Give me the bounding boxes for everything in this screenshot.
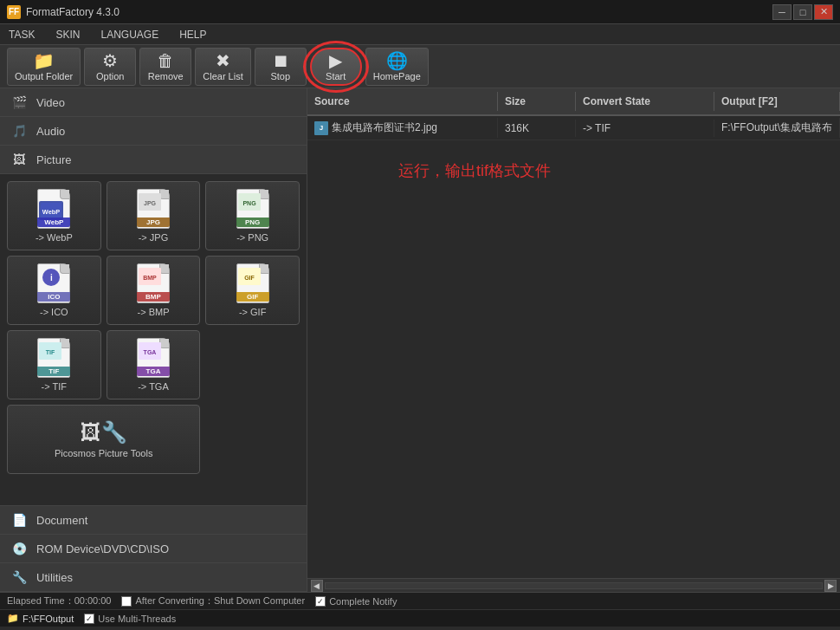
format-tga[interactable]: TGA TGA -> TGA xyxy=(107,330,201,399)
sidebar-item-video[interactable]: 🎬 Video xyxy=(0,88,307,117)
clear-list-icon: ✖ xyxy=(216,52,230,69)
row-size: 316K xyxy=(498,120,576,137)
table-body: J 集成电路布图证书2.jpg 316K -> TIF F:\FFOutput\… xyxy=(307,116,840,578)
table-header: Source Size Convert State Output [F2] xyxy=(307,88,840,116)
annotation-text: 运行，输出tif格式文件 xyxy=(398,160,551,181)
row-state: -> TIF xyxy=(576,120,714,137)
start-icon: ▶ xyxy=(329,52,342,69)
audio-label: Audio xyxy=(36,125,65,138)
picture-icon: 🖼 xyxy=(10,151,28,168)
sidebar-item-picture[interactable]: 🖼 Picture xyxy=(0,146,307,174)
sidebar-item-rom-device[interactable]: 💿 ROM Device\DVD\CD\ISO xyxy=(0,535,307,563)
svg-text:PNG: PNG xyxy=(242,200,256,206)
picosmos-label: Picosmos Picture Tools xyxy=(55,448,153,458)
format-webp[interactable]: WebP WebP -> WebP xyxy=(7,181,101,250)
picosmos-icons: 🖼🔧 xyxy=(81,420,127,445)
minimize-button[interactable]: ─ xyxy=(772,4,792,20)
menu-task[interactable]: TASK xyxy=(5,27,38,42)
gif-label: -> GIF xyxy=(239,307,266,317)
format-png[interactable]: PNG PNG -> PNG xyxy=(205,181,300,250)
svg-text:JPG: JPG xyxy=(144,200,157,206)
sidebar-bottom: 📄 Document 💿 ROM Device\DVD\CD\ISO 🔧 Uti… xyxy=(0,505,307,592)
tga-label: -> TGA xyxy=(138,381,169,392)
sidebar: 🎬 Video 🎵 Audio 🖼 Picture WebP WebP xyxy=(0,88,307,592)
title-bar: FF FormatFactory 4.3.0 ─ □ ✕ xyxy=(0,0,840,24)
app-icon: FF xyxy=(7,5,21,19)
sidebar-item-document[interactable]: 📄 Document xyxy=(0,506,307,535)
video-icon: 🎬 xyxy=(10,94,28,111)
format-gif[interactable]: GIF GIF -> GIF xyxy=(205,256,300,325)
svg-text:WebP: WebP xyxy=(42,208,60,216)
elapsed-time: Elapsed Time：00:00:00 xyxy=(7,594,111,607)
scroll-track[interactable] xyxy=(325,582,823,589)
utilities-icon: 🔧 xyxy=(10,568,28,586)
picture-label: Picture xyxy=(36,153,71,166)
maximize-button[interactable]: □ xyxy=(793,4,812,20)
svg-text:TIF: TIF xyxy=(46,349,55,355)
menu-bar: TASK SKIN LANGUAGE HELP xyxy=(0,24,840,45)
tif-label: -> TIF xyxy=(42,381,67,392)
audio-icon: 🎵 xyxy=(10,122,28,140)
table-row[interactable]: J 集成电路布图证书2.jpg 316K -> TIF F:\FFOutput\… xyxy=(307,116,840,140)
app-title: FormatFactory 4.3.0 xyxy=(26,6,772,18)
svg-text:TGA: TGA xyxy=(144,349,157,355)
after-converting-item: After Converting：Shut Down Computer xyxy=(121,594,305,607)
remove-label: Remove xyxy=(148,71,184,81)
remove-button[interactable]: 🗑 Remove xyxy=(139,48,191,86)
start-wrapper: ▶ Start xyxy=(310,48,362,86)
complete-notify-checkbox[interactable]: ✓ xyxy=(315,596,326,607)
sidebar-item-audio[interactable]: 🎵 Audio xyxy=(0,117,307,146)
picture-format-grid: WebP WebP -> WebP JPG JPG -> JPG xyxy=(0,174,307,481)
clear-list-button[interactable]: ✖ Clear List xyxy=(195,48,250,86)
col-output: Output [F2] xyxy=(714,92,840,111)
col-source: Source xyxy=(307,92,498,111)
menu-help[interactable]: HELP xyxy=(176,27,210,42)
ico-label: -> ICO xyxy=(40,307,68,317)
format-tif[interactable]: TIF TIF -> TIF xyxy=(7,330,101,399)
multi-threads-checkbox[interactable]: ✓ xyxy=(84,614,94,624)
stop-icon: ⏹ xyxy=(272,52,289,69)
option-button[interactable]: ⚙ Option xyxy=(84,48,136,86)
content-panel: Source Size Convert State Output [F2] J … xyxy=(307,88,840,592)
col-size: Size xyxy=(498,92,576,111)
sidebar-item-utilities[interactable]: 🔧 Utilities xyxy=(0,563,307,592)
option-icon: ⚙ xyxy=(102,52,118,69)
multi-threads-item: ✓ Use Multi-Threads xyxy=(84,614,176,624)
video-label: Video xyxy=(36,96,65,109)
format-jpg[interactable]: JPG JPG -> JPG xyxy=(107,181,201,250)
document-label: Document xyxy=(36,514,87,527)
menu-skin[interactable]: SKIN xyxy=(52,27,83,42)
bottom-bar: 📁 F:\FFOutput ✓ Use Multi-Threads xyxy=(0,609,840,627)
start-button[interactable]: ▶ Start xyxy=(310,48,362,86)
folder-icon: 📁 xyxy=(7,613,19,624)
format-bmp[interactable]: BMP BMP -> BMP xyxy=(107,256,201,325)
folder-path: 📁 F:\FFOutput xyxy=(7,613,74,624)
row-source: J 集成电路布图证书2.jpg xyxy=(307,118,498,138)
window-controls: ─ □ ✕ xyxy=(772,4,833,20)
scroll-left-arrow[interactable]: ◀ xyxy=(311,580,323,592)
jpg-label: -> JPG xyxy=(139,232,169,243)
png-label: -> PNG xyxy=(236,232,268,243)
output-folder-icon: 📁 xyxy=(33,52,55,69)
utilities-label: Utilities xyxy=(36,571,73,584)
scroll-right-arrow[interactable]: ▶ xyxy=(824,580,837,592)
format-ico[interactable]: i ICO -> ICO xyxy=(7,256,101,325)
output-folder-button[interactable]: 📁 Output Folder xyxy=(7,48,81,86)
stop-button[interactable]: ⏹ Stop xyxy=(255,48,307,86)
webp-label: -> WebP xyxy=(36,232,73,243)
close-button[interactable]: ✕ xyxy=(814,4,833,20)
svg-text:GIF: GIF xyxy=(244,275,255,281)
main-content: 🎬 Video 🎵 Audio 🖼 Picture WebP WebP xyxy=(0,88,840,592)
complete-notify-item: ✓ Complete Notify xyxy=(315,596,397,607)
clear-list-label: Clear List xyxy=(203,71,242,81)
homepage-button[interactable]: 🌐 HomePage xyxy=(365,48,429,86)
horizontal-scrollbar[interactable]: ◀ ▶ xyxy=(307,578,840,592)
homepage-icon: 🌐 xyxy=(386,52,408,69)
toolbar: 📁 Output Folder ⚙ Option 🗑 Remove ✖ Clea… xyxy=(0,45,840,88)
after-converting-checkbox[interactable] xyxy=(121,596,132,607)
stop-label: Stop xyxy=(270,71,290,81)
menu-language[interactable]: LANGUAGE xyxy=(97,27,162,42)
file-thumbnail: J xyxy=(314,121,328,135)
picosmos-tool[interactable]: 🖼🔧 Picosmos Picture Tools xyxy=(7,405,200,474)
rom-icon: 💿 xyxy=(10,540,28,557)
